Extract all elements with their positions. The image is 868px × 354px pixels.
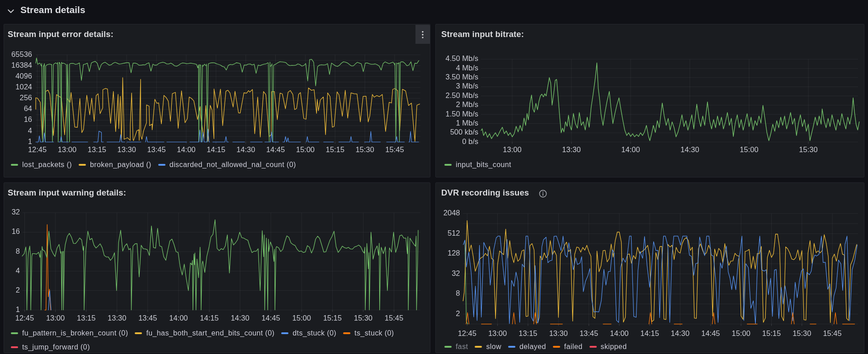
svg-text:15:15: 15:15 bbox=[762, 329, 781, 337]
svg-text:14:30: 14:30 bbox=[231, 314, 249, 322]
svg-text:8: 8 bbox=[456, 289, 460, 297]
svg-text:16: 16 bbox=[24, 115, 32, 123]
svg-text:3 Mb/s: 3 Mb/s bbox=[456, 82, 478, 90]
svg-text:4: 4 bbox=[16, 266, 20, 275]
svg-text:14:00: 14:00 bbox=[177, 145, 195, 154]
svg-text:15:00: 15:00 bbox=[732, 329, 750, 337]
svg-text:12:45: 12:45 bbox=[458, 329, 476, 337]
svg-text:256: 256 bbox=[19, 93, 32, 102]
svg-text:13:30: 13:30 bbox=[108, 314, 126, 322]
svg-text:14:00: 14:00 bbox=[621, 145, 640, 154]
svg-text:15:30: 15:30 bbox=[799, 145, 817, 154]
svg-text:13:00: 13:00 bbox=[503, 145, 521, 154]
svg-text:14:30: 14:30 bbox=[236, 145, 255, 154]
svg-text:15:30: 15:30 bbox=[793, 329, 811, 337]
svg-text:0 b/s: 0 b/s bbox=[462, 137, 478, 145]
svg-text:14:30: 14:30 bbox=[680, 145, 699, 154]
svg-text:15:30: 15:30 bbox=[354, 314, 373, 322]
svg-text:1: 1 bbox=[16, 305, 20, 313]
svg-text:14:00: 14:00 bbox=[169, 314, 188, 322]
svg-text:16384: 16384 bbox=[11, 61, 32, 69]
svg-text:500 kb/s: 500 kb/s bbox=[450, 128, 478, 136]
svg-text:4: 4 bbox=[28, 126, 32, 135]
svg-text:4096: 4096 bbox=[15, 72, 32, 80]
svg-text:16: 16 bbox=[12, 227, 20, 235]
svg-text:13:30: 13:30 bbox=[549, 329, 568, 337]
svg-text:13:15: 13:15 bbox=[88, 145, 106, 154]
svg-text:1: 1 bbox=[28, 137, 32, 145]
svg-text:13:00: 13:00 bbox=[58, 145, 76, 154]
svg-text:13:30: 13:30 bbox=[118, 145, 136, 154]
svg-text:15:00: 15:00 bbox=[292, 314, 311, 322]
svg-text:2 Mb/s: 2 Mb/s bbox=[456, 100, 478, 108]
svg-text:1024: 1024 bbox=[15, 83, 32, 91]
svg-text:13:15: 13:15 bbox=[77, 314, 95, 322]
svg-text:14:45: 14:45 bbox=[701, 329, 720, 337]
svg-text:2: 2 bbox=[16, 286, 20, 294]
svg-text:4 Mb/s: 4 Mb/s bbox=[456, 64, 478, 72]
svg-text:14:00: 14:00 bbox=[610, 329, 628, 337]
svg-text:12:45: 12:45 bbox=[15, 314, 34, 322]
svg-text:15:30: 15:30 bbox=[355, 145, 374, 154]
svg-text:13:00: 13:00 bbox=[46, 314, 65, 322]
svg-text:12:45: 12:45 bbox=[28, 145, 47, 154]
svg-text:8: 8 bbox=[16, 247, 20, 255]
svg-text:15:00: 15:00 bbox=[296, 145, 315, 154]
svg-text:128: 128 bbox=[448, 249, 460, 257]
svg-text:13:15: 13:15 bbox=[519, 329, 537, 337]
svg-text:4.50 Mb/s: 4.50 Mb/s bbox=[446, 54, 478, 62]
svg-text:1 Mb/s: 1 Mb/s bbox=[456, 119, 478, 127]
svg-text:13:45: 13:45 bbox=[147, 145, 165, 154]
svg-text:14:15: 14:15 bbox=[207, 145, 225, 154]
svg-text:14:15: 14:15 bbox=[641, 329, 659, 337]
svg-text:65536: 65536 bbox=[11, 50, 32, 58]
svg-text:15:45: 15:45 bbox=[385, 314, 403, 322]
svg-text:15:45: 15:45 bbox=[823, 329, 841, 337]
svg-text:14:15: 14:15 bbox=[200, 314, 218, 322]
svg-text:3.50 Mb/s: 3.50 Mb/s bbox=[446, 73, 478, 81]
svg-text:512: 512 bbox=[448, 229, 460, 237]
svg-text:32: 32 bbox=[12, 208, 20, 216]
svg-text:2: 2 bbox=[456, 309, 460, 317]
svg-text:1.50 Mb/s: 1.50 Mb/s bbox=[446, 110, 478, 118]
svg-text:15:15: 15:15 bbox=[323, 314, 342, 322]
svg-text:15:15: 15:15 bbox=[326, 145, 344, 154]
svg-text:15:45: 15:45 bbox=[385, 145, 404, 154]
svg-text:14:30: 14:30 bbox=[671, 329, 689, 337]
svg-text:14:45: 14:45 bbox=[261, 314, 280, 322]
svg-text:13:00: 13:00 bbox=[488, 329, 507, 337]
svg-text:2.50 Mb/s: 2.50 Mb/s bbox=[446, 91, 478, 99]
svg-text:32: 32 bbox=[452, 269, 460, 277]
svg-text:13:30: 13:30 bbox=[562, 145, 580, 154]
svg-text:13:45: 13:45 bbox=[580, 329, 598, 337]
svg-text:14:45: 14:45 bbox=[266, 145, 285, 154]
svg-text:15:00: 15:00 bbox=[740, 145, 758, 154]
svg-text:2048: 2048 bbox=[443, 209, 460, 217]
svg-text:13:45: 13:45 bbox=[138, 314, 157, 322]
svg-text:64: 64 bbox=[24, 104, 32, 112]
